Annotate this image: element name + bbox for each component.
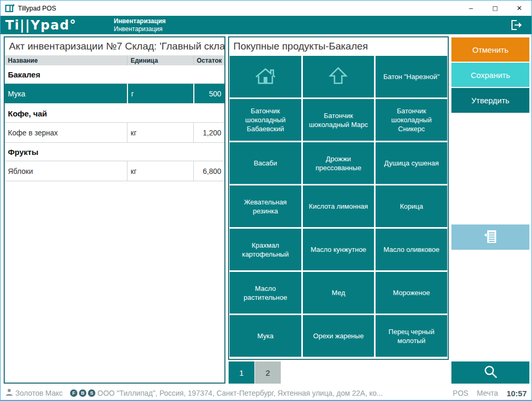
column-header-qty: Остаток	[193, 55, 224, 65]
breadcrumb: Инвентаризация Инвентаризация	[114, 17, 166, 33]
search-icon	[483, 365, 498, 381]
service-badge-s: S	[88, 389, 95, 397]
product-button[interactable]: Орехи жареные	[303, 315, 375, 357]
category-row[interactable]: Бакалея	[5, 65, 224, 84]
window-title: Tillypad POS	[18, 5, 56, 12]
page-up-button[interactable]	[303, 56, 375, 97]
product-button[interactable]: Дрожжи прессованные	[303, 142, 375, 184]
cell-qty: 1,200	[193, 123, 224, 142]
company-info: ООО "Тиллипад", Россия, 197374, Санкт-Пе…	[97, 389, 446, 397]
app-window: Tillypad POS – ◻ ✕ Ti||Ypad° Инвентариза…	[0, 0, 532, 401]
product-button[interactable]: Мука	[230, 315, 301, 357]
search-button[interactable]	[451, 361, 529, 384]
column-header-unit: Единица	[127, 55, 193, 65]
column-header-name: Название	[5, 55, 127, 65]
product-button[interactable]: Кислота лимонная	[303, 185, 375, 227]
mode-label: POS	[453, 389, 469, 397]
inventory-act-title: Акт инвентаризации №7 Склад: 'Главный ск…	[5, 37, 224, 55]
main-content: Акт инвентаризации №7 Склад: 'Главный ск…	[1, 34, 531, 386]
category-row[interactable]: Фрукты	[5, 143, 224, 161]
cell-unit: кг	[127, 123, 193, 142]
service-badge-b: B	[79, 389, 86, 397]
product-button[interactable]: Васаби	[230, 142, 301, 184]
table-row[interactable]: Яблокикг6,800	[5, 161, 224, 181]
app-window-icon	[5, 4, 14, 12]
product-button[interactable]: Масло кунжутное	[303, 229, 375, 270]
save-button[interactable]: Сохранить	[451, 63, 529, 87]
status-bar: Золотов Макс FBS ООО "Тиллипад", Россия,…	[1, 386, 531, 400]
cell-unit: г	[127, 84, 193, 103]
service-badge-f: F	[70, 389, 77, 397]
product-button[interactable]: Батончик шоколадный Марс	[303, 99, 375, 141]
document-list-icon	[482, 229, 498, 246]
home-button[interactable]	[230, 56, 301, 97]
product-grid: Батон "Нарезной"Батончик шоколадный Баба…	[229, 55, 448, 357]
product-group-panel: Покупные продукты-Бакалея Батон "Нарезно…	[228, 36, 449, 360]
product-button[interactable]: Батон "Нарезной"	[376, 56, 447, 97]
page-button-1[interactable]: 1	[229, 361, 254, 384]
product-button[interactable]: Перец черный молотый	[376, 315, 447, 357]
table-header: Название Единица Остаток	[5, 55, 224, 65]
product-button[interactable]: Крахмал картофельный	[230, 229, 301, 270]
clock: 10:57	[507, 389, 527, 398]
maximize-button[interactable]: ◻	[483, 1, 507, 16]
cell-name: Кофе в зернах	[5, 123, 127, 142]
product-button[interactable]: Душица сушеная	[376, 142, 447, 184]
product-button[interactable]: Масло растительное	[230, 272, 301, 314]
table-row[interactable]: Мукаг500	[5, 84, 224, 104]
logout-icon[interactable]	[510, 19, 523, 31]
breadcrumb-page: Инвентаризация	[114, 25, 166, 33]
pagination: 12	[229, 361, 281, 384]
cell-qty: 6,800	[193, 161, 224, 181]
document-list-button[interactable]	[451, 224, 529, 250]
close-button[interactable]: ✕	[507, 1, 531, 16]
approve-button[interactable]: Утвердить	[451, 88, 529, 113]
arrow-up-icon	[328, 66, 348, 88]
breadcrumb-section: Инвентаризация	[114, 17, 166, 25]
page-button-2[interactable]: 2	[255, 361, 281, 384]
product-button[interactable]: Батончик шоколадный Бабаевский	[230, 99, 301, 141]
current-user: Золотов Макс	[15, 389, 63, 397]
cell-name: Яблоки	[5, 161, 127, 181]
minimize-button[interactable]: –	[459, 1, 483, 16]
product-button[interactable]: Жевательная резинка	[230, 185, 301, 227]
product-group-title: Покупные продукты-Бакалея	[229, 37, 448, 55]
inventory-act-panel: Акт инвентаризации №7 Склад: 'Главный ск…	[4, 36, 225, 384]
user-icon	[5, 388, 13, 398]
cell-qty: 500	[193, 84, 224, 103]
product-button[interactable]: Корица	[376, 185, 447, 227]
product-button[interactable]: Батончик шоколадный Сникерс	[376, 99, 447, 141]
profile-label: Мечта	[477, 389, 498, 397]
cell-name: Мука	[5, 84, 127, 103]
tillypad-logo: Ti||Ypad°	[5, 19, 77, 32]
home-icon	[253, 65, 278, 89]
cancel-button[interactable]: Отменить	[451, 37, 529, 62]
cell-unit: кг	[127, 161, 193, 181]
product-button[interactable]: Мед	[303, 272, 375, 314]
category-row[interactable]: Кофе, чай	[5, 104, 224, 123]
product-button[interactable]: Мороженое	[376, 272, 447, 314]
table-row[interactable]: Кофе в зернахкг1,200	[5, 123, 224, 143]
table-body: БакалеяМукаг500Кофе, чайКофе в зернахкг1…	[5, 65, 224, 181]
app-header: Ti||Ypad° Инвентаризация Инвентаризация	[1, 16, 531, 34]
product-button[interactable]: Масло оливковое	[376, 229, 447, 270]
titlebar: Tillypad POS – ◻ ✕	[1, 1, 531, 16]
service-badges: FBS	[70, 389, 95, 397]
